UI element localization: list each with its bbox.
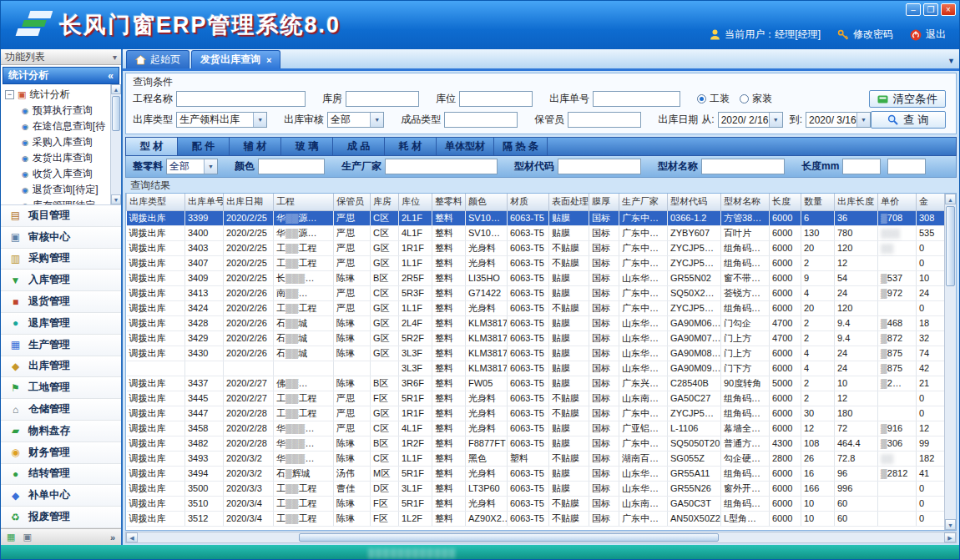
warehouse-input[interactable] bbox=[346, 91, 419, 107]
table-row[interactable]: 调拨出库34582020/2/28华▒▒▒…严思C区4L1F整料光身料6063-… bbox=[127, 421, 945, 436]
length-min-input[interactable] bbox=[842, 159, 881, 174]
tree-item[interactable]: ◉收货入库查询 bbox=[5, 166, 109, 182]
table-row[interactable]: 调拨出库34822020/2/28华▒▒▒…陈琳B区1R2F整料F8877FT6… bbox=[127, 436, 945, 451]
column-header[interactable]: 库房 bbox=[371, 194, 399, 210]
column-header[interactable]: 长度 bbox=[770, 194, 801, 210]
change-password-button[interactable]: 修改密码 bbox=[837, 28, 893, 42]
table-row[interactable]: 调拨出库34302020/2/26石▒▒城陈琳G区3L3F整料KLM381760… bbox=[127, 346, 945, 361]
out-type-select[interactable]: 生产领料出库 ▼ bbox=[176, 112, 267, 128]
material-tab[interactable]: 辅 材 bbox=[230, 138, 281, 155]
table-row[interactable]: 调拨出库33992020/2/25华▒▒源…严思C区2L1F整料SV10…606… bbox=[127, 210, 945, 225]
tab-close-icon[interactable]: × bbox=[266, 55, 271, 65]
radio-work-install[interactable] bbox=[697, 94, 706, 103]
clear-conditions-button[interactable]: 清空条件 bbox=[869, 90, 946, 108]
radio-home-label[interactable]: 家装 bbox=[752, 92, 772, 106]
radio-home-install[interactable] bbox=[740, 94, 749, 103]
sidebar-item[interactable]: ♻报废管理 bbox=[1, 507, 121, 528]
table-row[interactable]: 调拨出库35102020/3/4工▒▒工程陈琳F区5R1F整料光身料6063-T… bbox=[127, 496, 945, 511]
material-tab[interactable]: 隔 热 条 bbox=[494, 138, 548, 155]
sidebar-item[interactable]: ◆出库管理 bbox=[1, 356, 121, 378]
column-header[interactable]: 膜厚 bbox=[589, 194, 619, 210]
column-header[interactable]: 型材代码 bbox=[668, 194, 721, 210]
table-row[interactable]: 调拨出库34472020/2/28工▒▒工程严思G区1R1F整料光身料6063-… bbox=[127, 406, 945, 421]
material-tab[interactable]: 型 材 bbox=[126, 138, 178, 155]
chevron-down-icon[interactable]: ▼ bbox=[856, 113, 870, 127]
sidebar-item[interactable]: ●退库管理 bbox=[1, 313, 121, 335]
tree-item[interactable]: ◉退货查询[待定] bbox=[5, 182, 109, 198]
table-row[interactable]: 调拨出库34032020/2/25工▒▒工程严思G区1R1F整料光身料6063-… bbox=[127, 240, 945, 255]
column-header[interactable]: 库位 bbox=[399, 194, 432, 210]
sidebar-item[interactable]: ⌂仓储管理 bbox=[1, 399, 121, 421]
column-header[interactable]: 材质 bbox=[508, 194, 549, 210]
table-row[interactable]: 调拨出库34452020/2/27工▒▒工程严思F区5R1F整料光身料6063-… bbox=[127, 391, 945, 406]
material-tab[interactable]: 单体型材 bbox=[437, 138, 494, 155]
column-header[interactable]: 出库长度 bbox=[835, 194, 878, 210]
tab-shipping-outbound-query[interactable]: 发货出库查询 × bbox=[191, 50, 280, 68]
maker-input[interactable] bbox=[385, 159, 498, 174]
project-name-input[interactable] bbox=[176, 91, 306, 107]
tab-home[interactable]: 起始页 bbox=[126, 50, 189, 68]
scroll-down-button[interactable]: ▼ bbox=[945, 519, 956, 530]
order-no-input[interactable] bbox=[593, 91, 680, 107]
whole-part-select[interactable]: 全部 ▼ bbox=[166, 159, 218, 174]
profile-name-input[interactable] bbox=[701, 159, 785, 174]
column-header[interactable]: 出库日期 bbox=[224, 194, 274, 210]
keeper-input[interactable] bbox=[568, 112, 641, 128]
monitor-icon[interactable]: ▣ bbox=[23, 532, 31, 542]
sidebar-item[interactable]: ▦生产管理 bbox=[1, 335, 121, 356]
column-header[interactable]: 金 bbox=[917, 194, 945, 210]
chevron-down-icon[interactable]: ▼ bbox=[370, 113, 383, 127]
column-header[interactable]: 出库单号 bbox=[185, 194, 224, 210]
product-type-input[interactable] bbox=[444, 112, 518, 128]
grid-icon[interactable]: ▦ bbox=[7, 532, 15, 542]
chevron-down-icon[interactable]: ▼ bbox=[769, 113, 782, 127]
profile-code-input[interactable] bbox=[558, 159, 641, 174]
logout-button[interactable]: 退出 bbox=[910, 28, 946, 42]
material-tab[interactable]: 耗 材 bbox=[385, 138, 437, 155]
column-header[interactable]: 型材名称 bbox=[721, 194, 770, 210]
maximize-button[interactable]: ❐ bbox=[923, 3, 938, 16]
table-row[interactable]: 调拨出库34282020/2/26石▒▒城陈琳G区2L4F整料KLM381760… bbox=[127, 315, 945, 330]
tree-item[interactable]: ◉采购入库查询 bbox=[5, 134, 109, 150]
close-button[interactable]: × bbox=[941, 3, 956, 16]
material-tab[interactable]: 成 品 bbox=[333, 138, 385, 155]
scroll-right-button[interactable]: ▶ bbox=[944, 532, 956, 542]
minimize-button[interactable]: – bbox=[906, 3, 921, 16]
date-from-picker[interactable]: 2020/ 2/16 ▼ bbox=[718, 112, 783, 128]
table-row[interactable]: 调拨出库34932020/3/2华▒▒▒…陈琳C区1L1F整料黑色塑料不贴膜国标… bbox=[127, 451, 945, 466]
sidebar-item[interactable]: ▼入库管理 bbox=[1, 270, 121, 291]
sidebar-item[interactable]: ◉财务管理 bbox=[1, 442, 121, 464]
section-header-stats[interactable]: 统计分析 « bbox=[3, 67, 119, 84]
table-row[interactable]: 调拨出库34292020/2/26石▒▒城陈琳G区5R2F整料KLM381760… bbox=[127, 330, 945, 346]
column-header[interactable]: 表面处理 bbox=[549, 194, 589, 210]
scroll-thumb[interactable] bbox=[299, 533, 718, 542]
table-row[interactable]: 调拨出库35002020/3/3工▒▒工程曹佳D区3L1F整料LT3P60606… bbox=[127, 481, 945, 496]
length-max-input[interactable] bbox=[887, 159, 926, 174]
chevron-down-icon[interactable]: ▼ bbox=[204, 159, 217, 174]
tab-list-dropdown-icon[interactable]: ▼ bbox=[947, 57, 955, 65]
sidebar-item[interactable]: ⚑工地管理 bbox=[1, 377, 121, 399]
color-input[interactable] bbox=[258, 159, 325, 174]
table-row[interactable]: 调拨出库34942020/3/2石▒辉城汤伟M区5R1F整料光身料6063-T5… bbox=[127, 466, 945, 481]
collapse-node-icon[interactable]: − bbox=[5, 90, 14, 99]
pin-icon[interactable]: ▾ bbox=[113, 53, 117, 62]
column-header[interactable]: 出库类型 bbox=[127, 194, 185, 210]
tree-root[interactable]: − ▣ 统计分析 bbox=[5, 87, 109, 103]
table-row[interactable]: 调拨出库34372020/2/27佛▒▒…陈琳B区3R6F整料FW056063-… bbox=[127, 376, 945, 391]
date-to-picker[interactable]: 2020/ 3/16 ▼ bbox=[806, 112, 871, 128]
table-row[interactable]: 3L3F整料KLM38176063-T5贴膜国标山东华…GA90M09…门下方6… bbox=[127, 361, 945, 376]
sidebar-item[interactable]: ▣审核中心 bbox=[1, 227, 121, 249]
scroll-up-button[interactable]: ▲ bbox=[945, 194, 956, 204]
column-header[interactable]: 保管员 bbox=[334, 194, 371, 210]
tree-item[interactable]: ◉预算执行查询 bbox=[5, 103, 109, 119]
column-header[interactable]: 单价 bbox=[878, 194, 917, 210]
column-header[interactable]: 数量 bbox=[801, 194, 835, 210]
tree-item[interactable]: ◉库存管理[待定 bbox=[5, 198, 109, 205]
table-row[interactable]: 调拨出库34132020/2/26南▒▒…严思C区5R3F整料G71422606… bbox=[127, 285, 945, 300]
scroll-thumb[interactable] bbox=[946, 206, 955, 286]
column-header[interactable]: 生产厂家 bbox=[619, 194, 668, 210]
scroll-up-button[interactable]: ▲ bbox=[111, 84, 121, 94]
sidebar-item[interactable]: ▰物料盘存 bbox=[1, 421, 121, 442]
sidebar-item[interactable]: ●结转管理 bbox=[1, 464, 121, 486]
scroll-left-button[interactable]: ◀ bbox=[126, 532, 138, 542]
